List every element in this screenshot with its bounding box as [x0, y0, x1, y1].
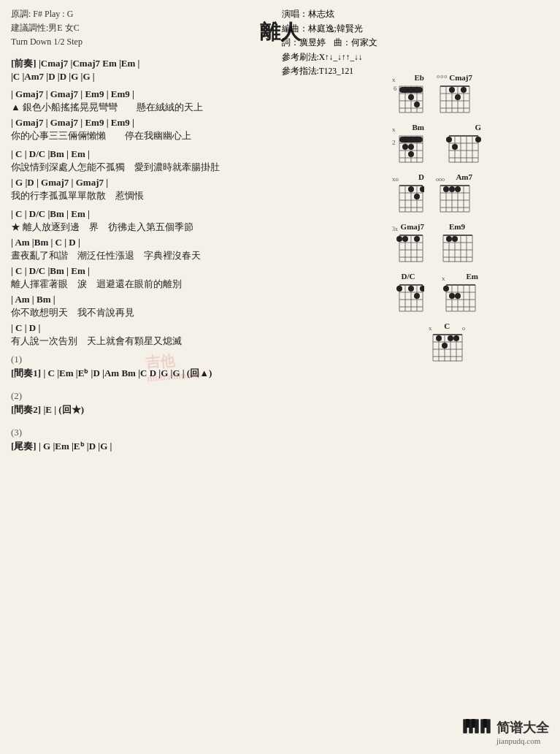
transpose: Turn Down 1/2 Step [11, 35, 83, 49]
chorus-lyric3: 離人揮霍著眼 淚 迴避還在眼前的離別 [11, 278, 377, 291]
svg-point-81 [443, 186, 449, 192]
chorus-section: | C | D/C |Bm | Em | ★ 離人放逐到邊 界 彷彿走入第五個季… [11, 208, 377, 348]
svg-point-54 [446, 137, 452, 142]
interlude2-block: (2) [間奏2] |E | (回★) [11, 390, 377, 416]
performer: 演唱：林志炫 [282, 7, 378, 22]
finger-ref: 參考指法:T123_121 [282, 64, 378, 79]
chorus-chords5: | C | D | [11, 322, 377, 334]
chorus-chords1: | C | D/C |Bm | Em | [11, 208, 377, 220]
verse1-section: | Gmaj7 | Gmaj7 | Em9 | Em9 | ▲ 銀色小船搖搖晃晃… [11, 88, 377, 142]
key-info: 原調: F# Play : G [11, 7, 83, 21]
svg-point-68 [414, 194, 420, 199]
chord-diagrams: x Eb 6 [392, 73, 553, 371]
svg-point-55 [452, 144, 458, 150]
interlude3-block: (3) [尾奏] | G |Em |Eᵇ |D |G | [11, 427, 377, 453]
chord-bm: x Bm 2 [392, 123, 424, 164]
chord-eb: x Eb 6 [392, 73, 424, 114]
svg-point-96 [414, 236, 420, 242]
svg-point-151 [448, 335, 453, 341]
svg-point-109 [452, 236, 458, 242]
prelude-label: [前奏] [11, 58, 37, 69]
chord-g-diagram [445, 133, 481, 164]
v1-chords2: | Gmaj7 | Gmaj7 | Em9 | Em9 | [11, 117, 377, 129]
svg-point-40 [402, 144, 408, 150]
svg-point-150 [442, 343, 448, 349]
svg-point-41 [408, 144, 414, 150]
svg-point-26 [455, 94, 461, 100]
svg-point-149 [436, 335, 442, 341]
svg-point-56 [475, 137, 481, 142]
svg-point-94 [396, 236, 402, 242]
chord-gmaj7-label: Gmaj7 [401, 222, 424, 231]
right-info: 演唱：林志炫 編曲：林庭逸;韓賢光 詞：廣昱婷 曲：何家文 參考刷法:X↑↓_↓… [282, 7, 378, 79]
svg-point-13 [414, 102, 420, 107]
svg-point-137 [455, 293, 461, 299]
interlude3-line: [尾奏] | G |Em |Eᵇ |D |G | [11, 440, 377, 453]
chord-gmaj7-diagram [392, 232, 424, 263]
lyricist-music: 詞：廣昱婷 曲：何家文 [282, 36, 378, 50]
svg-rect-39 [399, 137, 423, 142]
left-info: 原調: F# Play : G 建議調性:男E 女C Turn Down 1/2… [11, 7, 83, 50]
interlude2-label: [間奏2] [11, 404, 41, 415]
chord-em-label: Em [467, 272, 479, 281]
chord-row-6: x C o [392, 321, 553, 362]
svg-point-12 [408, 94, 414, 100]
chorus-lyric5: 有人說一次告別 天上就會有顆星又熄滅 [11, 335, 377, 348]
interlude2-chords: |E | (回★) [43, 404, 84, 415]
chord-dc: D/C [392, 272, 424, 313]
footer-logo: 简谱大全 jianpudq.com [461, 717, 549, 747]
chord-g: G [445, 123, 481, 164]
chord-cmaj7-diagram [436, 83, 472, 114]
chorus-chords3: | C | D/C |Bm | Em | [11, 265, 377, 277]
verse2-section: | C | D/C |Bm | Em | 你說情到深處人怎能不孤獨 愛到濃時就牽… [11, 148, 377, 202]
chord-am7-diagram [436, 183, 472, 213]
chord-bm-diagram: 2 [392, 133, 424, 164]
composer: 編曲：林庭逸;韓賢光 [282, 22, 378, 37]
v2-lyric2: 我的行李孤孤單單散散 惹惆悵 [11, 189, 377, 202]
interlude1-line: [間奏1] | C |Em |Eᵇ |D |Am Bm |C D |G |G |… [11, 367, 377, 380]
chorus-lyric2: 晝夜亂了和諧 潮泛任性漲退 字典裡沒春天 [11, 249, 377, 262]
chord-c: x C o [429, 321, 465, 362]
svg-point-42 [408, 151, 414, 157]
chord-bm-label: Bm [413, 123, 425, 132]
chord-d: xo D [392, 172, 424, 213]
interlude3-chords: | G |Em |Eᵇ |D |G | [39, 441, 112, 452]
chord-am7-label: Am7 [456, 172, 472, 181]
svg-point-95 [402, 236, 408, 242]
chord-eb-diagram: 6 [392, 83, 424, 114]
prelude-chords-text: |Cmaj7 |Cmaj7 Em |Em | [39, 58, 140, 69]
interlude1-chords: | C |Em |Eᵇ |D |Am Bm |C D |G |G | (回▲) [43, 368, 212, 378]
chord-am7: ooo Am7 [436, 172, 472, 213]
chord-em9: Em9 [439, 222, 475, 263]
chorus-chords2: | Am |Bm | C | D | [11, 237, 377, 248]
chord-em-diagram [442, 282, 478, 313]
piano-icon [461, 717, 492, 747]
svg-text:2: 2 [392, 139, 396, 146]
svg-point-120 [396, 286, 402, 292]
chord-dc-label: D/C [402, 272, 415, 281]
svg-rect-160 [483, 719, 487, 728]
interlude1-num: (1) [11, 354, 377, 365]
svg-text:6: 6 [394, 85, 397, 92]
interlude1-label: [間奏1] [11, 368, 41, 378]
footer-brand-text: 简谱大全 jianpudq.com [496, 719, 549, 745]
chord-gmaj7: 3x Gmaj7 [392, 222, 424, 263]
music: 曲：何家文 [334, 38, 377, 47]
chord-c-label: C [444, 321, 450, 330]
svg-rect-159 [472, 719, 475, 728]
lyricist: 詞：廣昱婷 [282, 38, 326, 47]
footer-brand: 简谱大全 [496, 719, 549, 736]
svg-point-83 [455, 186, 461, 192]
chord-em9-diagram [439, 232, 475, 263]
svg-point-152 [453, 335, 459, 341]
svg-point-123 [420, 286, 424, 292]
chord-dc-diagram [392, 282, 424, 313]
v2-chords1: | C | D/C |Bm | Em | [11, 148, 377, 160]
svg-point-25 [449, 87, 455, 93]
svg-point-82 [449, 186, 455, 192]
v1-lyric2: 你的心事三三倆倆懶懶 停在我幽幽心上 [11, 129, 377, 142]
chord-row-1: x Eb 6 [392, 73, 553, 114]
svg-point-108 [446, 236, 452, 242]
chorus-chords4: | Am | Bm | [11, 294, 377, 305]
chord-em: x Em [442, 272, 478, 313]
